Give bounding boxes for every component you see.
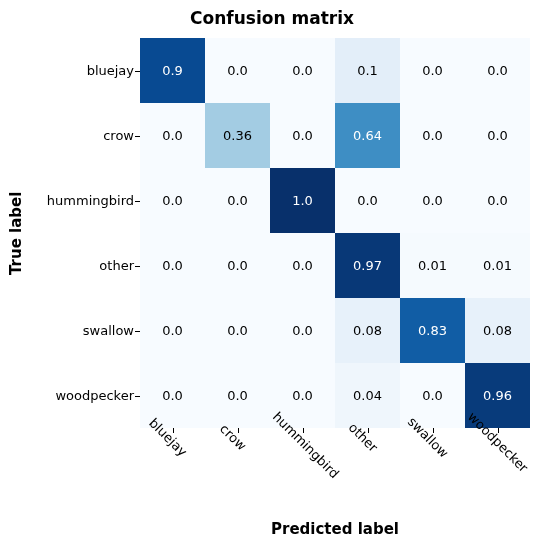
heatmap-cell: 0.0 — [270, 38, 335, 103]
heatmap-cell: 0.0 — [465, 168, 530, 233]
x-tick-mark — [238, 428, 239, 433]
heatmap-cell: 0.0 — [140, 103, 205, 168]
x-tick-mark — [498, 428, 499, 433]
x-tick-mark — [368, 428, 369, 433]
y-tick-mark — [135, 396, 140, 397]
y-tick-mark — [135, 331, 140, 332]
heatmap-cell: 0.0 — [335, 168, 400, 233]
heatmap-cell: 0.36 — [205, 103, 270, 168]
heatmap-cell: 0.0 — [205, 168, 270, 233]
confusion-matrix-chart: Confusion matrix True label Predicted la… — [0, 0, 544, 555]
heatmap-cell: 0.0 — [205, 38, 270, 103]
x-tick-mark — [173, 428, 174, 433]
y-tick-mark — [135, 201, 140, 202]
heatmap-cell: 0.0 — [205, 298, 270, 363]
heatmap-cell: 0.08 — [335, 298, 400, 363]
heatmap-cell: 0.9 — [140, 38, 205, 103]
y-tick-label: bluejay — [14, 38, 134, 103]
x-axis-label: Predicted label — [140, 520, 530, 538]
heatmap-cell: 0.0 — [140, 168, 205, 233]
heatmap-cell: 0.0 — [400, 103, 465, 168]
heatmap-cell: 0.0 — [270, 103, 335, 168]
x-tick-mark — [433, 428, 434, 433]
heatmap-cell: 0.1 — [335, 38, 400, 103]
heatmap-cell: 0.0 — [205, 233, 270, 298]
y-tick-label: swallow — [14, 298, 134, 363]
x-tick-mark — [303, 428, 304, 433]
heatmap-cell: 0.0 — [465, 38, 530, 103]
y-tick-label: woodpecker — [14, 363, 134, 428]
heatmap-cell: 1.0 — [270, 168, 335, 233]
heatmap-cell: 0.0 — [140, 233, 205, 298]
y-tick-label: crow — [14, 103, 134, 168]
y-tick-label: other — [14, 233, 134, 298]
y-tick-mark — [135, 266, 140, 267]
y-tick-mark — [135, 71, 140, 72]
heatmap-cell: 0.08 — [465, 298, 530, 363]
y-tick-mark — [135, 136, 140, 137]
heatmap-cell: 0.0 — [400, 38, 465, 103]
heatmap-cell: 0.0 — [270, 233, 335, 298]
heatmap-cell: 0.01 — [465, 233, 530, 298]
heatmap-cell: 0.0 — [400, 168, 465, 233]
chart-title: Confusion matrix — [0, 8, 544, 28]
heatmap-cell: 0.0 — [270, 298, 335, 363]
heatmap-cell: 0.64 — [335, 103, 400, 168]
heatmap-cell: 0.0 — [465, 103, 530, 168]
heatmap-cell: 0.0 — [140, 298, 205, 363]
heatmap-cell: 0.83 — [400, 298, 465, 363]
heatmap-grid: 0.90.00.00.10.00.00.00.360.00.640.00.00.… — [140, 38, 530, 428]
heatmap-cell: 0.97 — [335, 233, 400, 298]
heatmap-cell: 0.01 — [400, 233, 465, 298]
y-tick-label: hummingbird — [14, 168, 134, 233]
